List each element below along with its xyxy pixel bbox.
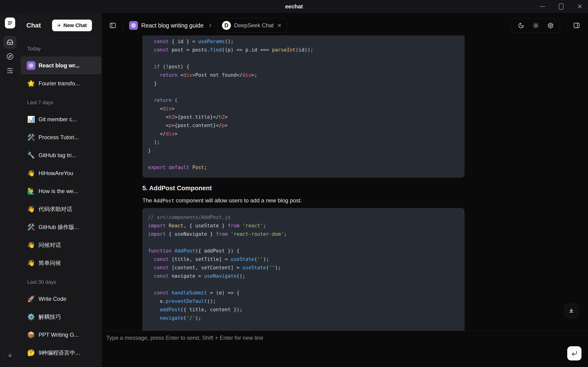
chat-list-item[interactable]: 📦PPT Writing G... [21,326,101,344]
arrow-down-icon [7,352,13,358]
react-logo-icon [27,61,35,70]
send-button[interactable] [567,346,581,360]
app-title: eechat [0,0,588,13]
chat-list-item[interactable]: 👋代码求助对话 [21,200,101,218]
gear-icon [547,22,554,29]
discover-rail-button[interactable] [6,53,14,60]
chat-item-label: Process Tutori... [39,134,79,141]
deepseek-logo-icon: D [222,21,231,30]
main-area: React blog writing guide D DeepSeek Chat [102,13,588,367]
chat-item-label: Write Code [39,296,67,302]
chat-list-item[interactable]: 👋简单问候 [21,254,101,272]
sun-icon [533,22,539,29]
emoji-icon: 🌟 [27,79,35,88]
emoji-icon: 👋 [27,205,35,214]
chat-item-label: Git member c... [39,116,77,123]
new-chat-button[interactable]: + New Chat [52,20,92,31]
emoji-icon: 🙋‍♂️ [27,187,35,196]
maximize-icon [559,3,563,9]
emoji-icon: 🤔 [27,348,35,357]
minimize-button[interactable] [538,3,546,10]
maximize-button[interactable] [557,3,565,10]
close-window-button[interactable]: ✕ [576,3,584,10]
chat-list-item[interactable]: 📊Git member c... [21,110,101,128]
chat-list-item[interactable]: 👋问候对话 [21,236,101,254]
inbox-icon [7,39,13,45]
compass-icon [7,53,14,60]
section-label: Last 30 days [21,278,101,286]
chat-item-label: How is the we... [39,188,78,194]
chat-list-item[interactable]: ⚙️解耦技巧 [21,308,101,326]
toggle-right-panel-button[interactable] [573,22,580,29]
chat-list-item[interactable]: 🔧GitHub tag tri... [21,146,101,164]
chat-list-item[interactable]: 🛠️GitHub 操作版... [21,218,101,236]
system-theme-button[interactable] [547,22,554,29]
document-lines-icon [7,20,13,26]
light-mode-button[interactable] [533,22,539,29]
panel-left-icon [109,22,116,29]
close-icon: ✕ [577,3,582,9]
message-paragraph: The AddPost component will allow users t… [142,197,465,204]
chat-list-item[interactable]: 🤔9种编程语言中... [21,344,101,362]
code-block-addpost-component: // src/components/AddPost.jsimport React… [142,208,465,331]
react-topic-icon [129,21,138,30]
chat-list-item[interactable]: 👋HiHowAreYou [21,164,101,182]
chat-messages: const { id } = useParams(); const post =… [102,35,588,331]
section-heading: 5. AddPost Component [142,185,465,192]
chat-item-label: PPT Writing G... [39,332,79,338]
section-label: Last 7 days [21,98,101,107]
sliders-icon [7,67,14,74]
rail-scroll-down-button[interactable] [3,348,17,362]
chat-item-label: GitHub 操作版... [39,223,79,231]
emoji-icon: 👋 [27,259,35,267]
chat-list: TodayReact blog wr...🌟Fourier transfo...… [20,38,102,367]
chat-list-item[interactable]: React blog wr... [21,56,101,74]
arrow-down-to-line-icon [568,308,574,314]
emoji-icon: 🛠️ [27,133,35,142]
titlebar: eechat ✕ [0,0,588,13]
model-tab-label: DeepSeek Chat [234,22,274,29]
section-label: Today [21,44,101,53]
sidebar-title: Chat [26,22,41,29]
dark-mode-button[interactable] [518,22,524,29]
enter-icon [571,350,578,357]
emoji-icon: 🔧 [27,151,35,160]
assistant-message: const { id } = useParams(); const post =… [142,35,465,331]
emoji-icon: 📊 [27,115,35,124]
moon-icon [518,22,524,29]
plus-icon: + [57,22,61,29]
breadcrumb: React blog writing guide [141,22,204,29]
scroll-to-bottom-button[interactable] [564,304,579,318]
chat-item-label: 简单问候 [39,259,61,267]
chevron-right-icon [207,22,213,28]
emoji-icon: 👋 [27,169,35,178]
code-block-post-component: const { id } = useParams(); const post =… [142,35,465,178]
minimize-icon [540,6,545,7]
chat-list-item[interactable]: 🌟Fourier transfo... [21,74,101,92]
chat-inbox-rail-button[interactable] [3,36,17,49]
chat-item-label: 9种编程语言中... [39,349,80,357]
chat-list-item[interactable]: 🛠️Process Tutori... [21,128,101,146]
notes-rail-button[interactable] [5,17,15,28]
chat-item-label: React blog wr... [39,62,80,69]
chat-item-label: 问候对话 [39,241,61,249]
emoji-icon: 📦 [27,330,35,339]
theme-switcher [512,18,560,33]
emoji-icon: 🚀 [27,294,35,303]
chat-list-item[interactable]: 🚀Write Code [21,290,101,308]
toggle-sidebar-button[interactable] [109,22,116,29]
chat-list-item[interactable]: 🙋‍♂️How is the we... [21,182,101,200]
emoji-icon: 👋 [27,241,35,250]
close-tab-button[interactable] [277,23,282,28]
sidebar-header: Chat + New Chat [20,13,102,38]
chat-item-label: GitHub tag tri... [39,152,76,158]
settings-rail-button[interactable] [6,67,14,74]
chat-item-label: 代码求助对话 [39,205,72,213]
new-chat-label: New Chat [63,22,87,28]
message-input[interactable] [106,334,545,363]
panel-right-icon [573,22,580,29]
header-divider [122,21,123,30]
header-divider [566,21,567,30]
emoji-icon: 🛠️ [27,223,35,232]
model-tab[interactable]: D DeepSeek Chat [217,18,287,33]
